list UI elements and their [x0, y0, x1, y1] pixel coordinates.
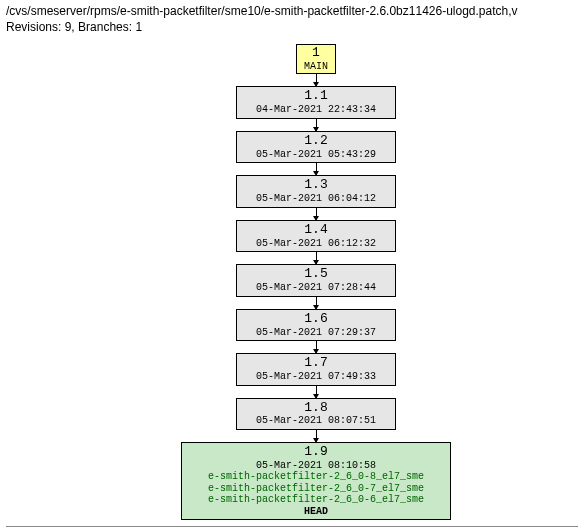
revision-number: 1.6: [243, 312, 389, 327]
graph-connector: [316, 430, 317, 442]
file-path: /cvs/smeserver/rpms/e-smith-packetfilter…: [6, 4, 578, 18]
graph-connector: [316, 119, 317, 131]
graph-connector: [316, 208, 317, 220]
revision-tag: e-smith-packetfilter-2_6_0-7_el7_sme: [188, 483, 444, 495]
head-revision-node: 1.9 05-Mar-2021 08:10:58 e-smith-packetf…: [181, 442, 451, 520]
revision-number: 1.5: [243, 267, 389, 282]
revision-date: 05-Mar-2021 05:43:29: [243, 149, 389, 161]
graph-connector: [316, 74, 317, 86]
revision-number: 1.2: [243, 134, 389, 149]
graph-connector: [316, 252, 317, 264]
revision-node: 1.1 04-Mar-2021 22:43:34: [236, 86, 396, 118]
revision-date: 04-Mar-2021 22:43:34: [243, 104, 389, 116]
revision-number: 1.1: [243, 89, 389, 104]
revision-node: 1.2 05-Mar-2021 05:43:29: [236, 131, 396, 163]
footer-divider: [6, 526, 578, 527]
revision-date: 05-Mar-2021 08:10:58: [188, 460, 444, 472]
revision-number: 1.9: [188, 445, 444, 460]
revision-date: 05-Mar-2021 07:28:44: [243, 282, 389, 294]
graph-connector: [316, 297, 317, 309]
graph-connector: [316, 163, 317, 175]
revision-graph: 1 MAIN 1.1 04-Mar-2021 22:43:34 1.2 05-M…: [54, 44, 578, 520]
revision-tag: e-smith-packetfilter-2_6_0-6_el7_sme: [188, 494, 444, 506]
revision-date: 05-Mar-2021 06:04:12: [243, 193, 389, 205]
revision-node: 1.6 05-Mar-2021 07:29:37: [236, 309, 396, 341]
revision-number: 1.8: [243, 401, 389, 416]
revision-date: 05-Mar-2021 07:49:33: [243, 371, 389, 383]
revision-date: 05-Mar-2021 08:07:51: [243, 415, 389, 427]
branch-number: 1: [299, 46, 333, 61]
revision-number: 1.4: [243, 223, 389, 238]
revision-date: 05-Mar-2021 07:29:37: [243, 327, 389, 339]
revision-number: 1.3: [243, 178, 389, 193]
revision-node: 1.3 05-Mar-2021 06:04:12: [236, 175, 396, 207]
revision-stats: Revisions: 9, Branches: 1: [6, 20, 578, 34]
revision-number: 1.7: [243, 356, 389, 371]
graph-connector: [316, 341, 317, 353]
revision-node: 1.7 05-Mar-2021 07:49:33: [236, 353, 396, 385]
revision-node: 1.8 05-Mar-2021 08:07:51: [236, 398, 396, 430]
graph-connector: [316, 386, 317, 398]
revision-tag: e-smith-packetfilter-2_6_0-8_el7_sme: [188, 471, 444, 483]
branch-name: MAIN: [299, 61, 333, 73]
head-label: HEAD: [188, 506, 444, 518]
revision-date: 05-Mar-2021 06:12:32: [243, 238, 389, 250]
revision-node: 1.4 05-Mar-2021 06:12:32: [236, 220, 396, 252]
revision-node: 1.5 05-Mar-2021 07:28:44: [236, 264, 396, 296]
branch-node-main: 1 MAIN: [296, 44, 336, 74]
